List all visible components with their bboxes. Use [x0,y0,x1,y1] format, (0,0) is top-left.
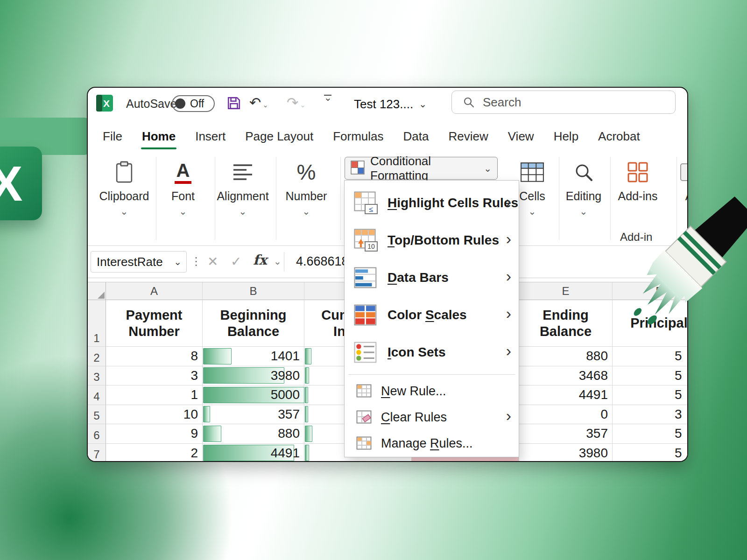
cell-e6[interactable]: 357 [519,424,613,444]
search-placeholder: Search [483,95,521,110]
name-box[interactable]: InterestRate [91,251,187,273]
quick-access-toolbar-button[interactable] [324,95,332,103]
select-all-corner[interactable] [88,282,106,300]
ribbon-group-label: Number [286,189,327,203]
ribbon-group-label: Clipboard [99,189,149,203]
data-bar [305,426,312,442]
data-bar [203,406,210,422]
menu-item-manage-rules[interactable]: Manage Rules... [345,430,519,456]
cell-a4[interactable]: 1 [106,385,203,405]
chevron-down-icon[interactable] [120,206,128,217]
clear-rules-icon [356,410,373,425]
save-icon[interactable] [227,96,241,112]
column-header-a[interactable]: A [106,282,203,300]
tab-acrobat[interactable]: Acrobat [597,126,641,147]
cell-b5[interactable]: 357 [203,405,304,425]
tab-review[interactable]: Review [447,126,489,147]
icon-sets-icon [354,342,378,363]
tab-data[interactable]: Data [402,126,430,147]
row-header-1[interactable]: 1 [88,300,106,347]
data-bar [305,348,311,364]
chevron-right-icon [506,230,511,248]
magnifier-icon [573,158,594,187]
cell-a1[interactable]: PaymentNumber [106,300,203,347]
cell-a2[interactable]: 8 [106,347,203,366]
tab-page-layout[interactable]: Page Layout [244,126,314,147]
row-header-2[interactable]: 2 [88,347,106,366]
ribbon-group-font[interactable]: A Font [157,158,209,217]
ribbon-group-number[interactable]: % Number [276,158,336,217]
cell-b1[interactable]: BeginningBalance [203,300,304,347]
manage-rules-icon [356,436,373,451]
cell-f7[interactable]: 5 [613,444,687,462]
row-header-7[interactable]: 7 [88,444,106,462]
menu-item-top-bottom-rules[interactable]: 10 Top/Bottom Rules [345,222,519,259]
tab-formulas[interactable]: Formulas [332,126,384,147]
chevron-down-icon[interactable] [179,206,187,217]
row-header-5[interactable]: 5 [88,405,106,425]
row-header-3[interactable]: 3 [88,366,106,386]
chevron-down-icon[interactable] [529,206,536,217]
cell-e4[interactable]: 4491 [519,385,613,405]
tab-home[interactable]: Home [141,126,176,147]
chevron-right-icon [506,267,511,285]
column-header-b[interactable]: B [203,282,304,300]
ribbon-separator [610,157,611,240]
cell-e7[interactable]: 3980 [519,444,613,462]
tab-file[interactable]: File [102,126,123,147]
cell-e2[interactable]: 880 [519,347,613,366]
cell-f6[interactable]: 5 [613,424,687,444]
chevron-down-icon[interactable] [303,206,310,217]
cell-f5[interactable]: 3 [613,405,687,425]
menu-item-data-bars[interactable]: Data Bars [345,259,519,296]
cell-e3[interactable]: 3468 [519,366,613,386]
menu-item-label: Highlight Cells Rules [388,196,518,210]
menu-item-color-scales[interactable]: Color Scales [345,296,519,334]
accept-icon[interactable] [231,254,241,269]
cell-b3[interactable]: 3980 [203,366,304,386]
cell-b7[interactable]: 4491 [203,444,304,462]
cell-a7[interactable]: 2 [106,444,203,462]
ribbon-group-alignment[interactable]: Alignment [210,158,275,217]
cell-b6[interactable]: 880 [203,424,304,444]
ribbon-group-editing[interactable]: Editing [562,158,605,217]
data-bar [203,348,232,364]
cell-a6[interactable]: 9 [106,424,203,444]
menu-item-icon-sets[interactable]: Icon Sets [345,334,519,371]
cells-icon [520,158,544,187]
search-box[interactable]: Search [451,91,676,114]
menu-item-new-rule[interactable]: New Rule... [345,378,519,404]
tab-view[interactable]: View [507,126,535,147]
ribbon-group-label: Editing [566,189,601,203]
cell-a3[interactable]: 3 [106,366,203,386]
menu-item-label: New Rule... [381,384,446,399]
menu-separator [348,374,515,375]
ribbon-group-clipboard[interactable]: Clipboard [94,158,154,217]
tab-help[interactable]: Help [553,126,579,147]
data-bar [305,406,308,422]
cell-b4[interactable]: 5000 [203,385,304,405]
tab-insert[interactable]: Insert [194,126,226,147]
insert-function-button[interactable]: fx [253,252,267,268]
ribbon-group-label: Cells [519,189,545,203]
cell-b2[interactable]: 1401 [203,347,304,366]
cell-e5[interactable]: 0 [519,405,613,425]
chevron-down-icon[interactable] [239,206,247,217]
new-rule-icon [356,384,373,399]
menu-item-highlight-cells-rules[interactable]: ≤ Highlight Cells Rules [345,184,519,222]
document-title[interactable]: Test 123.... [354,94,427,114]
row-header-4[interactable]: 4 [88,385,106,405]
conditional-formatting-button[interactable]: Conditional Formatting [345,157,498,180]
menu-item-label: Color Scales [388,308,467,322]
cell-a5[interactable]: 10 [106,405,203,425]
row-header-6[interactable]: 6 [88,424,106,444]
chevron-down-icon[interactable] [580,206,588,217]
menu-item-clear-rules[interactable]: Clear Rules [345,404,519,430]
conditional-formatting-menu: ≤ Highlight Cells Rules 10 Top/Bottom Ru… [344,180,519,457]
cancel-icon[interactable] [207,254,218,269]
undo-button[interactable] [249,94,268,111]
autosave-toggle[interactable]: Off [172,95,215,112]
redo-button[interactable] [287,94,306,111]
excel-app-icon: X [96,95,113,113]
formula-value[interactable]: 4.668618 [296,254,349,269]
